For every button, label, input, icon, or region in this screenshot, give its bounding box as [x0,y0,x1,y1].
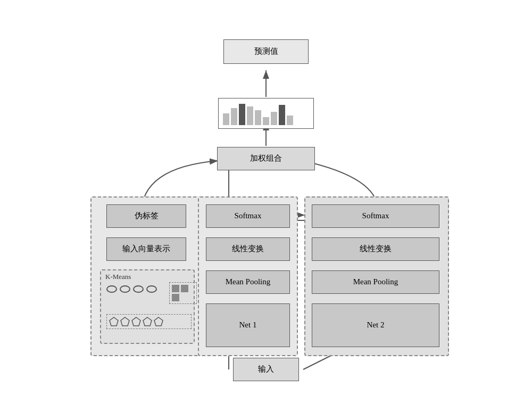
svg-point-21 [120,286,130,292]
pseudo-label-label: 伪标签 [135,211,159,221]
pseudo-label-box: 伪标签 [106,204,186,228]
svg-marker-25 [121,317,129,326]
kmeans-region: K-Means [100,269,195,344]
bar-4 [247,106,253,125]
net2-label: Net 2 [367,320,385,330]
kmeans-label: K-Means [105,273,131,281]
mean-pooling2-box: Mean Pooling [312,270,439,294]
weighted-combine-box: 加权组合 [217,147,315,170]
bar-9 [287,116,293,125]
bar-8 [279,105,285,125]
bar-2 [231,108,237,125]
bar-chart [218,98,314,129]
input-label: 输入 [258,364,274,374]
square-1 [172,285,179,292]
oval-1 [106,285,117,293]
pent-1 [109,317,119,326]
bar-6 [263,117,269,125]
pent-5 [154,317,163,326]
oval-4 [146,285,157,293]
svg-point-20 [107,286,117,292]
oval-2 [120,285,130,293]
svg-point-22 [134,286,143,292]
prediction-box: 预测值 [223,39,309,64]
pent-3 [131,317,141,326]
square-3 [172,294,179,301]
net1-box: Net 1 [206,303,290,347]
linear2-box: 线性变换 [312,237,439,261]
bar-7 [271,112,277,125]
pent-2 [120,317,130,326]
input-vector-box: 输入向量表示 [106,237,186,261]
softmax2-box: Softmax [312,204,439,228]
linear1-label: 线性变换 [232,244,264,254]
input-box: 输入 [233,358,299,381]
square-2 [181,285,188,292]
weighted-combine-label: 加权组合 [250,153,282,163]
svg-marker-24 [110,317,118,326]
input-vector-label: 输入向量表示 [122,244,170,254]
svg-marker-26 [132,317,140,326]
diagram-container: 预测值 加权组合 伪标签 输入向量表示 K-Means [59,7,473,396]
prediction-label: 预测值 [254,46,278,56]
bar-5 [255,110,261,125]
net1-label: Net 1 [239,320,257,330]
softmax2-label: Softmax [362,211,389,220]
mean-pooling1-box: Mean Pooling [206,270,290,294]
bar-1 [223,113,229,125]
svg-marker-27 [143,317,152,326]
linear2-label: 线性变换 [360,244,392,254]
softmax1-label: Softmax [235,211,262,220]
svg-point-23 [147,286,156,292]
pent-4 [143,317,152,326]
linear1-box: 线性变换 [206,237,290,261]
net2-box: Net 2 [312,303,439,347]
softmax1-box: Softmax [206,204,290,228]
oval-3 [133,285,144,293]
svg-marker-28 [154,317,163,326]
mean-pooling1-label: Mean Pooling [226,277,271,286]
bar-3 [239,104,245,125]
mean-pooling2-label: Mean Pooling [353,277,398,286]
